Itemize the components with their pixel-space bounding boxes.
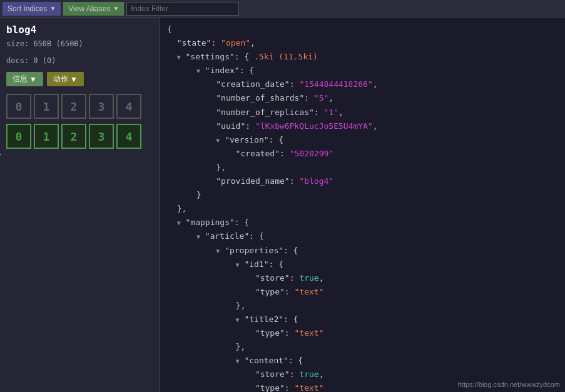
view-aliases-button[interactable]: View Aliases ▼ — [63, 2, 124, 16]
version-expand[interactable] — [216, 137, 220, 144]
sort-indices-label: Sort Indices — [8, 4, 47, 13]
sort-arrow-icon: ▼ — [49, 5, 56, 12]
action-arrow-icon: ▼ — [70, 75, 78, 84]
main-content: blog4 size: 650B (650B) docs: 0 (0) 信息 ▼… — [0, 18, 565, 392]
index-expand[interactable] — [196, 68, 200, 74]
shard-box-1-inactive[interactable]: 1 — [34, 94, 59, 119]
info-label: 信息 — [13, 74, 28, 84]
settings-expand[interactable] — [177, 54, 181, 61]
toolbar: Sort Indices ▼ View Aliases ▼ — [0, 0, 565, 18]
json-content: { "state": "open", "settings": { .5ki (1… — [167, 23, 557, 392]
shard-box-4-inactive[interactable]: 4 — [116, 94, 141, 119]
index-docs: docs: 0 (0) — [6, 55, 153, 67]
title2-expand[interactable] — [236, 316, 240, 323]
shard-row-active: 0 1 2 3 4 — [6, 124, 153, 149]
view-aliases-label: View Aliases — [68, 4, 110, 13]
id1-expand[interactable] — [236, 261, 240, 268]
shard-box-0-inactive[interactable]: 0 — [6, 94, 31, 119]
shard-box-3-active[interactable]: 3 — [89, 124, 114, 149]
shard-box-1-active[interactable]: 1 — [34, 124, 59, 149]
index-name: blog4 — [6, 24, 153, 36]
left-arrow-icon: ▶ — [0, 149, 1, 159]
json-viewer[interactable]: { "state": "open", "settings": { .5ki (1… — [160, 18, 565, 392]
view-arrow-icon: ▼ — [113, 5, 119, 12]
left-panel: blog4 size: 650B (650B) docs: 0 (0) 信息 ▼… — [0, 18, 160, 392]
info-arrow-icon: ▼ — [29, 75, 37, 84]
properties-expand[interactable] — [216, 248, 220, 254]
index-filter-input[interactable] — [126, 2, 239, 16]
content-expand[interactable] — [236, 358, 240, 364]
action-buttons: 信息 ▼ 动作 ▼ — [6, 72, 153, 86]
shard-box-3-inactive[interactable]: 3 — [89, 94, 114, 119]
watermark: https://blog.csdn.net/wwwzydcom — [458, 381, 560, 388]
mappings-expand[interactable] — [177, 219, 181, 226]
index-size: size: 650B (650B) — [6, 38, 153, 50]
sort-indices-button[interactable]: Sort Indices ▼ — [3, 2, 61, 16]
shard-box-2-inactive[interactable]: 2 — [61, 94, 86, 119]
article-expand[interactable] — [196, 233, 200, 240]
info-button[interactable]: 信息 ▼ — [6, 72, 43, 86]
action-button[interactable]: 动作 ▼ — [47, 72, 84, 86]
shard-box-2-active[interactable]: 2 — [61, 124, 86, 149]
shard-box-4-active[interactable]: 4 — [116, 124, 141, 149]
shard-row-inactive: 0 1 2 3 4 — [6, 94, 153, 119]
shard-box-0-active[interactable]: 0 — [6, 124, 31, 149]
action-label: 动作 — [53, 74, 68, 84]
